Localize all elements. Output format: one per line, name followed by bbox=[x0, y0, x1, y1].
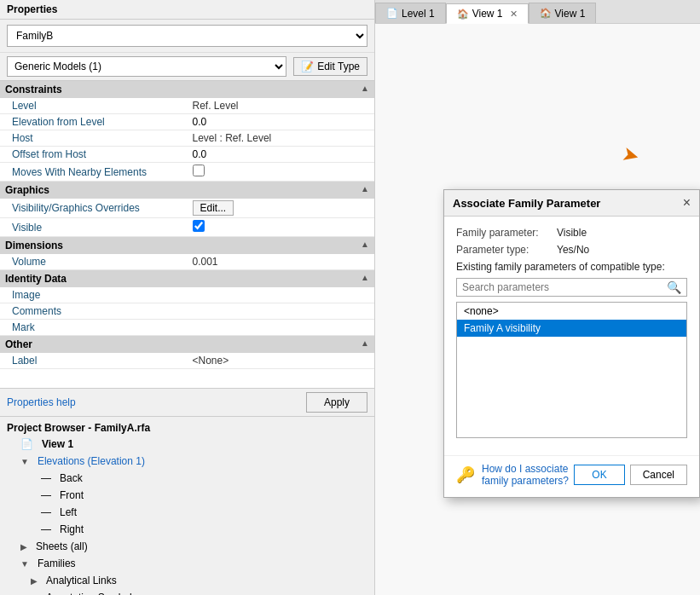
moves-checkbox[interactable] bbox=[193, 165, 205, 176]
prop-label: Image bbox=[0, 287, 188, 303]
elevation-input[interactable] bbox=[193, 116, 370, 128]
view-icon: 📄 bbox=[17, 437, 37, 451]
table-row: Mark bbox=[0, 320, 374, 336]
table-row: Label <None> bbox=[0, 353, 374, 369]
prop-value bbox=[188, 218, 375, 237]
collapse-constraints[interactable]: ▲ bbox=[361, 84, 369, 93]
properties-footer: Properties help Apply bbox=[0, 388, 374, 416]
ok-button[interactable]: OK bbox=[574, 465, 624, 485]
tab-bar: 📄 Level 1 🏠 View 1 ✕ 🏠 View 1 bbox=[375, 0, 700, 24]
tab-view1b-label: View 1 bbox=[555, 8, 586, 20]
param-type-row: Parameter type: Yes/No bbox=[456, 244, 687, 256]
type-row: Generic Models (1) 📝 Edit Type bbox=[0, 52, 374, 80]
existing-params-label: Existing family parameters of compatible… bbox=[456, 261, 687, 273]
offset-input[interactable] bbox=[193, 148, 370, 160]
type-select[interactable]: Generic Models (1) bbox=[7, 56, 286, 77]
dialog-close-button[interactable]: × bbox=[683, 195, 691, 211]
project-browser: Project Browser - FamilyA.rfa 📄 View 1 ▼… bbox=[0, 416, 374, 595]
section-constraints: Constraints ▲ bbox=[0, 81, 374, 98]
family-dropdown[interactable]: FamilyB bbox=[7, 25, 367, 47]
expand-icon: ▼ bbox=[17, 456, 32, 467]
edit-button[interactable]: Edit... bbox=[193, 200, 234, 216]
right-panel: 📄 Level 1 🏠 View 1 ✕ 🏠 View 1 bbox=[375, 0, 700, 595]
list-item-selected[interactable]: Family A visibility bbox=[457, 320, 686, 337]
dialog-title: Associate Family Parameter bbox=[453, 197, 600, 210]
section-dimensions: Dimensions ▲ bbox=[0, 237, 374, 255]
dialog-overlay: Associate Family Parameter × Family para… bbox=[375, 24, 700, 595]
tree-item-left[interactable]: — Left bbox=[0, 504, 374, 521]
tab-view1-label: View 1 bbox=[472, 8, 503, 20]
section-identity: Identity Data ▲ bbox=[0, 270, 374, 288]
dash-icon: — bbox=[38, 523, 55, 536]
collapse-graphics[interactable]: ▲ bbox=[361, 184, 369, 194]
param-list: <none> Family A visibility bbox=[456, 302, 687, 438]
help-link[interactable]: How do I associate family parameters? bbox=[482, 463, 574, 487]
tree-item-elevations[interactable]: ▼ Elevations (Elevation 1) bbox=[0, 453, 374, 470]
level-tab-icon: 📄 bbox=[386, 8, 398, 19]
search-icon: 🔍 bbox=[667, 280, 681, 294]
prop-label: Label bbox=[0, 353, 188, 369]
prop-label: Offset from Host bbox=[0, 147, 188, 163]
project-browser-title: Project Browser - FamilyA.rfa bbox=[0, 420, 374, 436]
prop-label: Volume bbox=[0, 254, 188, 270]
dash-icon: — bbox=[38, 488, 55, 502]
table-row: Visibility/Graphics Overrides Edit... bbox=[0, 199, 374, 218]
tree-item-annotation[interactable]: ▶ Annotation Symbols bbox=[0, 589, 374, 595]
expand-icon: ▼ bbox=[17, 558, 32, 569]
prop-label: Elevation from Level bbox=[0, 114, 188, 130]
table-row: Comments bbox=[0, 303, 374, 320]
apply-button[interactable]: Apply bbox=[306, 392, 367, 413]
tree-item-view1[interactable]: 📄 View 1 bbox=[0, 436, 374, 453]
tab-view1-active[interactable]: 🏠 View 1 ✕ bbox=[446, 3, 529, 24]
prop-value bbox=[188, 320, 375, 336]
family-param-label: Family parameter: bbox=[456, 227, 550, 239]
tree-item-sheets[interactable]: ▶ Sheets (all) bbox=[0, 538, 374, 555]
family-param-value: Visible bbox=[557, 227, 587, 239]
collapse-dimensions[interactable]: ▲ bbox=[361, 240, 369, 249]
table-row: Volume 0.001 bbox=[0, 254, 374, 270]
tree-item-back[interactable]: — Back bbox=[0, 470, 374, 487]
prop-value[interactable] bbox=[188, 114, 375, 130]
prop-label: Mark bbox=[0, 320, 188, 336]
prop-value: 0.001 bbox=[188, 254, 375, 270]
expand-icon: ▶ bbox=[17, 541, 31, 552]
view-content: ➤ Associate Family Parameter × Family pa… bbox=[375, 24, 700, 595]
table-row: Visible ➤ bbox=[0, 218, 374, 237]
prop-value[interactable]: Edit... bbox=[188, 199, 375, 218]
cancel-button[interactable]: Cancel bbox=[630, 465, 687, 485]
view1-tab-icon: 🏠 bbox=[457, 9, 469, 20]
key-icon: 🔑 bbox=[456, 465, 475, 484]
prop-label: Comments bbox=[0, 303, 188, 320]
collapse-identity[interactable]: ▲ bbox=[361, 273, 369, 282]
family-dropdown-row: FamilyB bbox=[0, 20, 374, 52]
tab-close-icon[interactable]: ✕ bbox=[510, 9, 518, 20]
collapse-other[interactable]: ▲ bbox=[361, 338, 369, 348]
tab-level1[interactable]: 📄 Level 1 bbox=[375, 3, 446, 23]
properties-help-link[interactable]: Properties help bbox=[7, 396, 76, 408]
tree-item-front[interactable]: — Front bbox=[0, 487, 374, 504]
tree-item-analytical[interactable]: ▶ Analytical Links bbox=[0, 572, 374, 589]
tree-item-families[interactable]: ▼ Families bbox=[0, 555, 374, 572]
prop-label: Level bbox=[0, 98, 188, 114]
search-box: 🔍 bbox=[456, 278, 687, 297]
prop-value bbox=[188, 303, 375, 320]
prop-label: Host bbox=[0, 130, 188, 147]
list-item[interactable]: <none> bbox=[457, 303, 686, 320]
prop-value[interactable] bbox=[188, 147, 375, 163]
tab-view1-2[interactable]: 🏠 View 1 bbox=[529, 3, 597, 23]
prop-value: <None> bbox=[188, 353, 375, 369]
prop-label: Moves With Nearby Elements bbox=[0, 163, 188, 182]
associate-parameter-dialog: Associate Family Parameter × Family para… bbox=[443, 189, 700, 498]
table-row: Image bbox=[0, 287, 374, 303]
prop-value: Ref. Level bbox=[188, 98, 375, 114]
table-row: Moves With Nearby Elements bbox=[0, 163, 374, 182]
prop-value: Level : Ref. Level bbox=[188, 130, 375, 147]
expand-icon: ▶ bbox=[27, 592, 41, 596]
search-input[interactable] bbox=[462, 281, 667, 293]
tree-item-right[interactable]: — Right bbox=[0, 521, 374, 538]
edit-type-button[interactable]: 📝 Edit Type bbox=[293, 57, 367, 76]
visible-checkbox[interactable] bbox=[193, 220, 205, 232]
family-param-row: Family parameter: Visible bbox=[456, 227, 687, 239]
prop-label: Visible bbox=[0, 218, 188, 237]
table-row: Elevation from Level bbox=[0, 114, 374, 130]
